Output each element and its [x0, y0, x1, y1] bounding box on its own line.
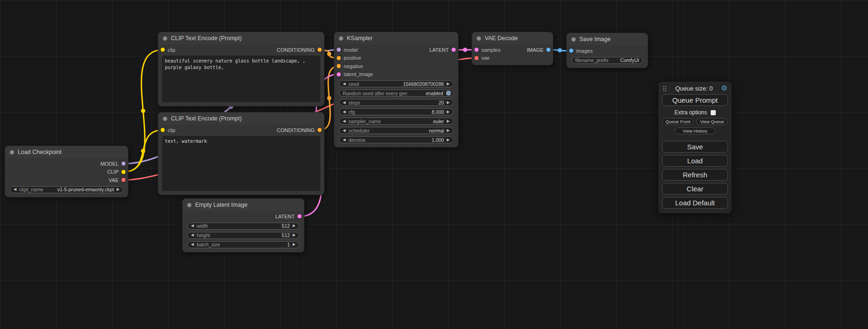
collapse-dot-icon[interactable] — [163, 36, 167, 41]
input-port-vae[interactable] — [474, 56, 479, 60]
decrement-arrow-icon[interactable]: ◀ — [343, 101, 346, 105]
widget-sampler-name[interactable]: ◀ sampler_name euler ▶ — [339, 118, 453, 125]
widget-ckpt-name[interactable]: ◀ ckpt_name v1-5-pruned-emaonly.ckpt ▶ — [10, 186, 123, 193]
output-label-latent: LATENT — [275, 214, 295, 219]
node-save-image[interactable]: Save Image images filename_prefix ComfyU… — [566, 33, 648, 68]
output-port-image[interactable] — [546, 48, 550, 52]
view-queue-button[interactable]: View Queue — [696, 118, 728, 125]
output-label-latent: LATENT — [430, 47, 449, 53]
increment-arrow-icon[interactable]: ▶ — [447, 138, 450, 142]
node-clip-text-encode-positive[interactable]: CLIP Text Encode (Prompt) clip CONDITION… — [158, 32, 325, 106]
input-port-clip[interactable] — [161, 48, 165, 52]
decrement-arrow-icon[interactable]: ◀ — [14, 188, 16, 191]
node-title-bar[interactable]: Save Image — [567, 33, 648, 45]
input-label-clip: clip — [168, 127, 176, 133]
collapse-dot-icon[interactable] — [339, 36, 343, 41]
output-port-conditioning[interactable] — [318, 48, 322, 52]
collapse-dot-icon[interactable] — [572, 37, 576, 42]
increment-arrow-icon[interactable]: ▶ — [447, 129, 450, 133]
increment-arrow-icon[interactable]: ▶ — [447, 119, 450, 123]
queue-prompt-button[interactable]: Queue Prompt — [662, 94, 728, 106]
widget-height[interactable]: ◀ height 512 ▶ — [187, 232, 299, 239]
gear-icon[interactable]: ⚙ — [721, 85, 727, 92]
decrement-arrow-icon[interactable]: ◀ — [343, 119, 346, 123]
increment-arrow-icon[interactable]: ▶ — [447, 101, 450, 105]
widget-seed[interactable]: ◀ seed 156680208700286 ▶ — [339, 80, 453, 87]
output-port-latent[interactable] — [297, 214, 302, 218]
output-port-conditioning[interactable] — [318, 128, 322, 132]
widget-value: enabled — [426, 91, 443, 96]
collapse-dot-icon[interactable] — [163, 117, 167, 121]
output-port-vae[interactable] — [121, 178, 126, 182]
collapse-dot-icon[interactable] — [10, 150, 14, 154]
increment-arrow-icon[interactable]: ▶ — [447, 110, 450, 114]
widget-value: 156680208700286 — [403, 81, 444, 87]
widget-label: sampler_name — [348, 119, 381, 124]
widget-label: filename_prefix — [575, 57, 608, 63]
decrement-arrow-icon[interactable]: ◀ — [343, 110, 346, 114]
clear-button[interactable]: Clear — [662, 183, 728, 195]
decrement-arrow-icon[interactable]: ◀ — [343, 138, 346, 142]
view-history-button[interactable]: View History — [675, 127, 715, 134]
decrement-arrow-icon[interactable]: ◀ — [191, 233, 194, 237]
save-button[interactable]: Save — [662, 141, 728, 153]
widget-label: batch_size — [197, 242, 220, 247]
input-port-clip[interactable] — [161, 128, 165, 132]
node-title-bar[interactable]: CLIP Text Encode (Prompt) — [158, 112, 324, 125]
increment-arrow-icon[interactable]: ▶ — [293, 224, 296, 228]
increment-arrow-icon[interactable]: ▶ — [293, 233, 296, 237]
output-label-model: MODEL — [100, 161, 119, 167]
widget-batch-size[interactable]: ◀ batch_size 1 ▶ — [187, 241, 299, 248]
widget-width[interactable]: ◀ width 512 ▶ — [187, 223, 299, 230]
input-port-samples[interactable] — [474, 48, 479, 52]
collapse-dot-icon[interactable] — [187, 203, 191, 207]
node-title-bar[interactable]: Load Checkpoint — [5, 146, 128, 158]
toggle-knob-icon[interactable] — [446, 91, 451, 96]
collapse-dot-icon[interactable] — [477, 36, 481, 41]
prompt-textarea[interactable]: beautiful scenery nature glass bottle la… — [162, 56, 320, 102]
queue-front-button[interactable]: Queue Front — [662, 118, 694, 125]
node-ksampler[interactable]: KSampler model LATENT positive — [334, 32, 459, 147]
decrement-arrow-icon[interactable]: ◀ — [343, 129, 346, 133]
widget-denoise[interactable]: ◀ denoise 1.000 ▶ — [339, 136, 453, 143]
widget-label: steps — [348, 100, 360, 105]
drag-handle-icon[interactable] — [663, 85, 667, 91]
widget-steps[interactable]: ◀ steps 20 ▶ — [339, 99, 453, 106]
load-default-button[interactable]: Load Default — [662, 197, 728, 209]
output-port-clip[interactable] — [121, 170, 126, 174]
input-label-negative: negative — [344, 63, 363, 69]
widget-value: normal — [429, 128, 444, 133]
widget-label: denoise — [348, 137, 366, 143]
node-clip-text-encode-negative[interactable]: CLIP Text Encode (Prompt) clip CONDITION… — [158, 112, 325, 195]
widget-label: seed — [348, 81, 359, 87]
extra-options-checkbox[interactable] — [711, 110, 716, 115]
widget-scheduler[interactable]: ◀ scheduler normal ▶ — [339, 127, 453, 134]
node-load-checkpoint[interactable]: Load Checkpoint MODEL CLIP VAE — [5, 146, 128, 197]
decrement-arrow-icon[interactable]: ◀ — [191, 224, 194, 228]
increment-arrow-icon[interactable]: ▶ — [447, 82, 450, 86]
refresh-button[interactable]: Refresh — [662, 169, 728, 181]
widget-random-seed-toggle[interactable]: Random seed after every gen enabled — [339, 90, 453, 97]
input-port-model[interactable] — [337, 48, 341, 52]
node-vae-decode[interactable]: VAE Decode samples IMAGE vae — [472, 32, 553, 65]
widget-filename-prefix[interactable]: filename_prefix ComfyUI — [572, 57, 643, 64]
node-title-bar[interactable]: VAE Decode — [472, 32, 553, 44]
prompt-textarea[interactable]: text, watermark — [162, 136, 320, 191]
node-title-bar[interactable]: CLIP Text Encode (Prompt) — [158, 32, 324, 44]
decrement-arrow-icon[interactable]: ◀ — [191, 243, 194, 246]
node-title-bar[interactable]: Empty Latent Image — [183, 199, 304, 211]
output-port-latent[interactable] — [452, 48, 456, 52]
input-port-images[interactable] — [569, 49, 573, 53]
increment-arrow-icon[interactable]: ▶ — [117, 188, 120, 191]
node-empty-latent-image[interactable]: Empty Latent Image LATENT ◀ width 512 ▶ … — [182, 198, 304, 252]
increment-arrow-icon[interactable]: ▶ — [293, 243, 296, 246]
graph-canvas[interactable]: Load Checkpoint MODEL CLIP VAE — [0, 0, 868, 329]
load-button[interactable]: Load — [662, 155, 728, 167]
node-title-bar[interactable]: KSampler — [334, 32, 458, 44]
input-port-negative[interactable] — [337, 64, 341, 68]
widget-cfg[interactable]: ◀ cfg 8.000 ▶ — [339, 108, 453, 115]
input-port-positive[interactable] — [337, 56, 341, 60]
input-port-latent-image[interactable] — [337, 72, 341, 77]
output-port-model[interactable] — [121, 161, 126, 166]
decrement-arrow-icon[interactable]: ◀ — [343, 82, 346, 86]
